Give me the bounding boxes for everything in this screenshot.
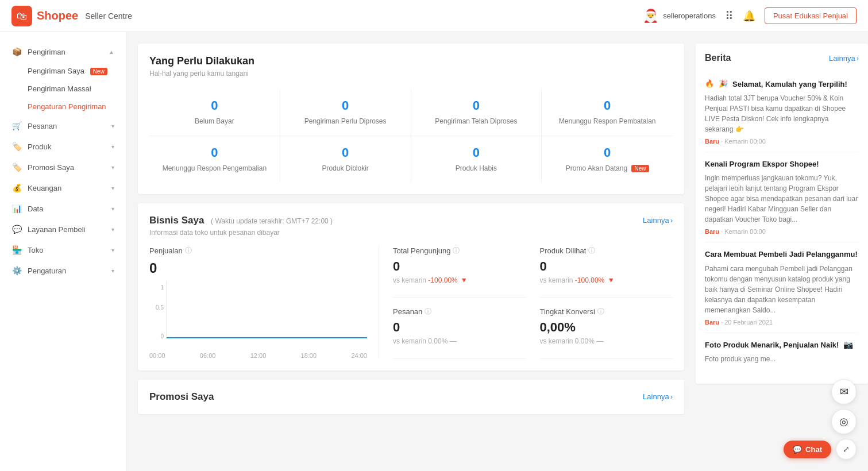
sidebar-label-pengiriman: Pengiriman bbox=[28, 48, 65, 56]
task-value-4: 0 bbox=[211, 145, 218, 160]
chat-icon: 💬 bbox=[793, 445, 802, 454]
expand-button[interactable]: ⤢ bbox=[836, 439, 857, 460]
sidebar-label-produk: Produk bbox=[28, 142, 51, 151]
message-float-button[interactable]: ✉ bbox=[831, 379, 857, 404]
stat-value-pengunjung: 0 bbox=[393, 259, 526, 274]
chat-button[interactable]: 💬 Chat bbox=[784, 441, 831, 458]
chevron-right-icon: › bbox=[857, 54, 859, 63]
chevron-down-icon: ▾ bbox=[111, 144, 114, 150]
bisnis-header: Bisnis Saya ( Waktu update terakhir: GMT… bbox=[149, 215, 673, 226]
bell-icon[interactable]: 🔔 bbox=[743, 10, 755, 22]
stat-vs-pesanan: vs kemarin 0.00% — bbox=[393, 337, 526, 345]
stat-info-icon-2[interactable]: ⓘ bbox=[425, 307, 431, 316]
task-label-7: Promo Akan Datang New bbox=[566, 164, 649, 173]
sidebar-label-layanan: Layanan Pembeli bbox=[28, 225, 85, 234]
sidebar-item-promosi[interactable]: 🏷️ Promosi Saya ▾ bbox=[0, 157, 126, 177]
sidebar-item-pengiriman[interactable]: 📦 Pengiriman ▲ bbox=[0, 41, 126, 62]
username: selleroperations bbox=[663, 11, 716, 20]
berita-meta-1: Baru · Kemarin 00:00 bbox=[705, 228, 859, 235]
header: 🛍 Shopee Seller Centre 🎅 selleroperation… bbox=[0, 0, 868, 32]
fire-icon-0: 🔥 bbox=[705, 79, 714, 88]
task-promo-datang[interactable]: 0 Promo Akan Datang New bbox=[542, 136, 673, 183]
task-pengiriman-perlu[interactable]: 0 Pengiriman Perlu Diproses bbox=[280, 89, 411, 136]
task-menunggu-pembatalan[interactable]: 0 Menunggu Respon Pembatalan bbox=[542, 89, 673, 136]
promo-new-badge: New bbox=[631, 165, 649, 172]
task-label-5: Produk Diblokir bbox=[322, 164, 368, 173]
sidebar-item-produk[interactable]: 🏷️ Produk ▾ bbox=[0, 136, 126, 157]
logo-sub: Seller Centre bbox=[85, 11, 132, 21]
sidebar-sub-pengiriman-saya[interactable]: Pengiriman Saya New bbox=[0, 62, 126, 80]
sidebar-item-data[interactable]: 📊 Data ▾ bbox=[0, 198, 126, 219]
stat-label-pengunjung: Total Pengunjung ⓘ bbox=[393, 246, 526, 256]
berita-item-0[interactable]: 🔥 🎉 Selamat, Kamulah yang Terpilih! Hadi… bbox=[705, 72, 859, 152]
berita-item-body-1: Ingin memperluas jangkauan tokomu? Yuk, … bbox=[705, 173, 859, 225]
sidebar-sub-pengaturan-pengiriman[interactable]: Pengaturan Pengiriman bbox=[0, 98, 126, 115]
sidebar-sub-pengiriman-massal[interactable]: Pengiriman Massal bbox=[0, 80, 126, 98]
task-value-3: 0 bbox=[604, 98, 611, 113]
task-label-0: Belum Bayar bbox=[195, 117, 234, 126]
data-icon: 📊 bbox=[11, 204, 22, 213]
stat-value-produk-dilihat: 0 bbox=[540, 259, 673, 274]
stat-produk-dilihat: Produk Dilihat ⓘ 0 vs kemarin -100.00% 🔻 bbox=[540, 246, 673, 298]
stat-info-icon-3[interactable]: ⓘ bbox=[597, 307, 604, 316]
berita-emoji-0: 🎉 bbox=[719, 79, 728, 88]
task-label-1: Pengiriman Perlu Diproses bbox=[304, 117, 387, 126]
berita-item-body-0: Hadiah total 3JT berupa Voucher 50% & Ko… bbox=[705, 93, 859, 134]
stat-value-pesanan: 0 bbox=[393, 320, 526, 335]
task-produk-diblokir[interactable]: 0 Produk Diblokir bbox=[280, 136, 411, 183]
edu-button[interactable]: Pusat Edukasi Penjual bbox=[765, 7, 857, 24]
sidebar-label-promosi: Promosi Saya bbox=[28, 163, 74, 172]
task-pengiriman-telah[interactable]: 0 Pengiriman Telah Diproses bbox=[411, 89, 542, 136]
stat-pengunjung: Total Pengunjung ⓘ 0 vs kemarin -100.00%… bbox=[393, 246, 526, 298]
task-produk-habis[interactable]: 0 Produk Habis bbox=[411, 136, 542, 183]
main-layout: 📦 Pengiriman ▲ Pengiriman Saya New Pengi… bbox=[0, 32, 868, 471]
stat-info-icon-0[interactable]: ⓘ bbox=[453, 246, 460, 256]
stat-konversi: Tingkat Konversi ⓘ 0,00% vs kemarin 0.00… bbox=[540, 307, 673, 359]
bisnis-subtitle: Informasi data toko untuk pesanan dibaya… bbox=[149, 229, 673, 237]
sidebar: 📦 Pengiriman ▲ Pengiriman Saya New Pengi… bbox=[0, 32, 126, 471]
chart-info-icon[interactable]: ⓘ bbox=[185, 246, 192, 256]
settings-float-button[interactable]: ◎ bbox=[831, 409, 857, 434]
berita-header: Berita Lainnya › bbox=[705, 53, 859, 63]
berita-card: Berita Lainnya › 🔥 🎉 Selamat, Kamulah ya… bbox=[696, 44, 868, 384]
berita-item-3[interactable]: Foto Produk Menarik, Penjualan Naik! 📷 F… bbox=[705, 333, 859, 375]
stat-info-icon-1[interactable]: ⓘ bbox=[588, 246, 595, 256]
sidebar-label-keuangan: Keuangan bbox=[28, 184, 61, 192]
camera-icon-3: 📷 bbox=[843, 340, 853, 349]
task-label-6: Produk Habis bbox=[456, 164, 497, 173]
stat-label-pesanan: Pesanan ⓘ bbox=[393, 307, 526, 316]
berita-item-1[interactable]: Kenali Program Ekspor Shopee! Ingin memp… bbox=[705, 152, 859, 242]
x-label-4: 24:00 bbox=[351, 352, 367, 359]
toko-icon: 🏪 bbox=[11, 245, 22, 254]
sidebar-label-data: Data bbox=[28, 204, 43, 213]
settings-circle-icon: ◎ bbox=[839, 415, 848, 428]
x-label-3: 18:00 bbox=[301, 352, 317, 359]
berita-item-title-2: Cara Membuat Pembeli Jadi Pelangganmu! bbox=[705, 249, 859, 260]
sidebar-item-layanan[interactable]: 💬 Layanan Pembeli ▾ bbox=[0, 219, 126, 240]
chevron-down-icon: ▾ bbox=[111, 206, 114, 212]
chevron-down-icon: ▾ bbox=[111, 268, 114, 274]
berita-lainnya-link[interactable]: Lainnya › bbox=[829, 54, 859, 63]
task-belum-bayar[interactable]: 0 Belum Bayar bbox=[149, 89, 280, 136]
svg-text:0.5: 0.5 bbox=[156, 304, 164, 311]
svg-text:1: 1 bbox=[160, 284, 164, 291]
berita-item-2[interactable]: Cara Membuat Pembeli Jadi Pelangganmu! P… bbox=[705, 242, 859, 333]
berita-baru-2: Baru bbox=[705, 319, 719, 326]
task-menunggu-pengembalian[interactable]: 0 Menunggu Respon Pengembalian bbox=[149, 136, 280, 183]
sidebar-item-pengaturan[interactable]: ⚙️ Pengaturan ▾ bbox=[0, 260, 126, 281]
sidebar-item-keuangan[interactable]: 💰 Keuangan ▾ bbox=[0, 177, 126, 198]
berita-item-body-3: Foto produk yang me... bbox=[705, 354, 859, 364]
sidebar-label-pesanan: Pesanan bbox=[28, 122, 57, 130]
logo-brand: Shopee bbox=[37, 9, 78, 22]
sidebar-item-toko[interactable]: 🏪 Toko ▾ bbox=[0, 240, 126, 260]
grid-icon[interactable]: ⠿ bbox=[725, 9, 734, 23]
berita-title: Berita bbox=[705, 53, 731, 63]
sidebar-item-pesanan[interactable]: 🛒 Pesanan ▾ bbox=[0, 115, 126, 136]
berita-baru-0: Baru bbox=[705, 138, 719, 145]
bisnis-lainnya-link[interactable]: Lainnya › bbox=[643, 216, 673, 225]
pengaturan-icon: ⚙️ bbox=[11, 266, 22, 275]
task-value-5: 0 bbox=[342, 145, 349, 160]
berita-time-1: Kemarin 00:00 bbox=[724, 228, 766, 235]
promosi-lainnya-link[interactable]: Lainnya › bbox=[643, 392, 673, 401]
promosi-icon: 🏷️ bbox=[11, 163, 22, 172]
